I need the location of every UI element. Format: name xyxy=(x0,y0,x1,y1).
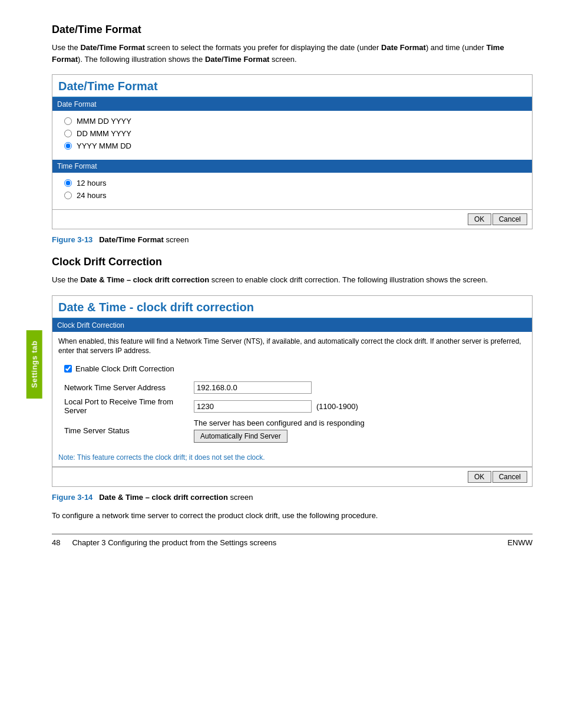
time-server-status-col: The server has been configured and is re… xyxy=(194,419,365,443)
footer-enww: ENWW xyxy=(507,538,533,547)
clock-drift-screen: Date & Time - clock drift correction Clo… xyxy=(52,295,533,487)
bottom-description: To configure a network time server to co… xyxy=(52,510,533,522)
radio-yyyy-mmm-dd[interactable]: YYYY MMM DD xyxy=(64,141,520,150)
clock-drift-description: When enabled, this feature will find a N… xyxy=(52,332,532,361)
figure-3-13-suffix: screen xyxy=(164,235,189,244)
section1-description: Use the Date/Time Format screen to selec… xyxy=(52,42,533,65)
screen2-cancel-button[interactable]: Cancel xyxy=(492,471,527,483)
screen1-ok-cancel-row: OK Cancel xyxy=(52,209,532,229)
nts-address-label: Network Time Server Address xyxy=(64,383,194,392)
radio-24-hours-label: 24 hours xyxy=(77,191,107,200)
time-server-status-label: Time Server Status xyxy=(64,426,194,435)
time-format-bar: Time Format xyxy=(52,160,532,173)
date-format-bar: Date Format xyxy=(52,98,532,111)
radio-24-hours[interactable]: 24 hours xyxy=(64,191,520,200)
screen2-ok-button[interactable]: OK xyxy=(468,471,491,483)
footer-chapter-text: Chapter 3 Configuring the product from t… xyxy=(72,538,276,547)
enable-clock-drift-label: Enable Clock Drift Correction xyxy=(75,364,174,373)
radio-dd-mmm-yyyy-label: DD MMM YYYY xyxy=(77,129,131,138)
enable-clock-drift-checkbox[interactable] xyxy=(64,365,72,373)
figure-3-14-caption: Figure 3-14 Date & Time – clock drift co… xyxy=(52,493,533,502)
radio-dd-mmm-yyyy[interactable]: DD MMM YYYY xyxy=(64,129,520,138)
radio-dd-mmm-yyyy-input[interactable] xyxy=(64,130,72,137)
radio-12-hours-input[interactable] xyxy=(64,179,72,187)
settings-tab-label: Settings tab xyxy=(27,330,42,398)
time-server-status-text: The server has been configured and is re… xyxy=(194,419,365,427)
screen2-title: Date & Time - clock drift correction xyxy=(52,296,532,319)
datetime-format-screen: Date/Time Format Date Format MMM DD YYYY… xyxy=(52,74,533,229)
footer-page-number: 48 xyxy=(52,538,60,547)
nts-address-input[interactable] xyxy=(194,381,312,394)
screen2-ok-cancel-row: OK Cancel xyxy=(52,467,532,486)
radio-mmm-dd-yyyy[interactable]: MMM DD YYYY xyxy=(64,117,520,126)
clock-drift-note: Note: This feature corrects the clock dr… xyxy=(52,451,532,466)
clock-drift-bar: Clock Drift Correction xyxy=(52,319,532,332)
radio-12-hours[interactable]: 12 hours xyxy=(64,179,520,187)
local-port-label: Local Port to Receive Time from Server xyxy=(64,397,194,415)
radio-yyyy-mmm-dd-input[interactable] xyxy=(64,142,72,150)
footer-left: 48 Chapter 3 Configuring the product fro… xyxy=(52,538,276,547)
time-format-radio-group: 12 hours 24 hours xyxy=(52,173,532,209)
radio-yyyy-mmm-dd-label: YYYY MMM DD xyxy=(77,141,131,150)
figure-3-14-suffix: screen xyxy=(228,493,253,502)
radio-24-hours-input[interactable] xyxy=(64,192,72,199)
figure-3-13-caption: Figure 3-13 Date/Time Format screen xyxy=(52,235,533,244)
figure-3-14-label: Figure 3-14 xyxy=(52,493,92,502)
time-server-status-row: Time Server Status The server has been c… xyxy=(64,419,520,443)
date-format-radio-group: MMM DD YYYY DD MMM YYYY YYYY MMM DD xyxy=(52,111,532,160)
screen1-cancel-button[interactable]: Cancel xyxy=(492,213,527,225)
enable-clock-drift-row[interactable]: Enable Clock Drift Correction xyxy=(52,361,532,379)
figure-3-13-bold: Date/Time Format xyxy=(99,235,164,244)
nts-address-row: Network Time Server Address xyxy=(64,381,520,394)
screen1-ok-button[interactable]: OK xyxy=(468,213,491,225)
port-range-note: (1100-1900) xyxy=(316,402,358,411)
section2-heading: Clock Drift Correction xyxy=(52,256,533,268)
find-server-button[interactable]: Automatically Find Server xyxy=(194,430,287,443)
radio-mmm-dd-yyyy-label: MMM DD YYYY xyxy=(77,117,131,126)
local-port-row: Local Port to Receive Time from Server (… xyxy=(64,397,520,415)
figure-3-14-bold: Date & Time – clock drift correction xyxy=(99,493,228,502)
radio-12-hours-label: 12 hours xyxy=(77,179,107,187)
screen1-title: Date/Time Format xyxy=(52,75,532,98)
section1-heading: Date/Time Format xyxy=(52,24,533,36)
local-port-input[interactable] xyxy=(194,400,312,413)
page-footer: 48 Chapter 3 Configuring the product fro… xyxy=(52,533,533,547)
radio-mmm-dd-yyyy-input[interactable] xyxy=(64,117,72,125)
clock-drift-form: Network Time Server Address Local Port t… xyxy=(52,379,532,451)
figure-3-13-label: Figure 3-13 xyxy=(52,235,92,244)
section2-description: Use the Date & Time – clock drift correc… xyxy=(52,274,533,286)
